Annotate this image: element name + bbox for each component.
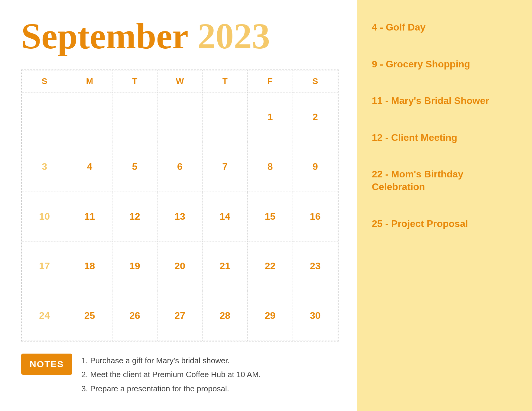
event-item: 25 - Project Proposal (372, 206, 517, 242)
event-item: 9 - Grocery Shopping (372, 46, 517, 83)
calendar-day: 13 (157, 192, 202, 241)
calendar-day: 1 (248, 92, 293, 142)
event-item: 12 - Client Meeting (372, 119, 517, 156)
day-of-week-header: S (293, 70, 338, 92)
calendar-day: 7 (203, 142, 248, 192)
calendar-day: 2 (293, 92, 338, 142)
calendar-day: 23 (293, 241, 338, 291)
day-of-week-header: M (67, 70, 112, 92)
calendar-day (67, 92, 112, 142)
calendar-day: 8 (248, 142, 293, 192)
calendar-day: 19 (112, 241, 157, 291)
calendar-day: 11 (67, 192, 112, 241)
calendar-week-row: 3456789 (22, 142, 338, 192)
note-item: 2. Meet the client at Premium Coffee Hub… (81, 367, 261, 382)
calendar-day (157, 92, 202, 142)
calendar-day (22, 92, 67, 142)
calendar-day: 14 (203, 192, 248, 241)
calendar-day: 28 (203, 291, 248, 341)
calendar-day: 24 (22, 291, 67, 341)
calendar-day: 16 (293, 192, 338, 241)
calendar-day: 17 (22, 241, 67, 291)
calendar-day: 15 (248, 192, 293, 241)
day-of-week-header: F (248, 70, 293, 92)
calendar-day: 18 (67, 241, 112, 291)
calendar-day: 22 (248, 241, 293, 291)
day-of-week-header: T (112, 70, 157, 92)
month-label: September (21, 18, 188, 54)
calendar-day: 26 (112, 291, 157, 341)
calendar-day: 10 (22, 192, 67, 241)
day-of-week-header: T (203, 70, 248, 92)
calendar-week-row: 17181920212223 (22, 241, 338, 291)
calendar-day: 30 (293, 291, 338, 341)
notes-badge: NOTES (21, 354, 72, 375)
calendar-day: 27 (157, 291, 202, 341)
main-area: September 2023 SMTWTFS 12345678910111213… (0, 0, 357, 411)
days-header-row: SMTWTFS (22, 70, 338, 92)
calendar-day: 3 (22, 142, 67, 192)
notes-list: 1. Purchase a gift for Mary's bridal sho… (81, 354, 261, 396)
calendar-day: 12 (112, 192, 157, 241)
calendar-week-row: 12 (22, 92, 338, 142)
calendar-wrapper: SMTWTFS 12345678910111213141516171819202… (21, 70, 339, 341)
note-item: 3. Prepare a presentation for the propos… (81, 382, 261, 396)
calendar-day: 25 (67, 291, 112, 341)
calendar-day: 29 (248, 291, 293, 341)
year-label: 2023 (197, 18, 270, 54)
calendar-week-row: 10111213141516 (22, 192, 338, 241)
calendar-week-row: 24252627282930 (22, 291, 338, 341)
event-item: 4 - Golf Day (372, 18, 517, 46)
calendar-day: 20 (157, 241, 202, 291)
calendar-table: SMTWTFS 12345678910111213141516171819202… (22, 70, 338, 341)
day-of-week-header: W (157, 70, 202, 92)
event-item: 22 - Mom's Birthday Celebration (372, 156, 517, 205)
day-of-week-header: S (22, 70, 67, 92)
event-item: 11 - Mary's Bridal Shower (372, 83, 517, 119)
calendar-day: 5 (112, 142, 157, 192)
sidebar: 4 - Golf Day9 - Grocery Shopping11 - Mar… (357, 0, 532, 411)
note-item: 1. Purchase a gift for Mary's bridal sho… (81, 354, 261, 368)
calendar-day: 9 (293, 142, 338, 192)
calendar-day (203, 92, 248, 142)
month-title: September 2023 (21, 18, 339, 54)
calendar-day: 4 (67, 142, 112, 192)
calendar-day: 21 (203, 241, 248, 291)
notes-section: NOTES 1. Purchase a gift for Mary's brid… (21, 354, 339, 396)
calendar-day: 6 (157, 142, 202, 192)
calendar-day (112, 92, 157, 142)
